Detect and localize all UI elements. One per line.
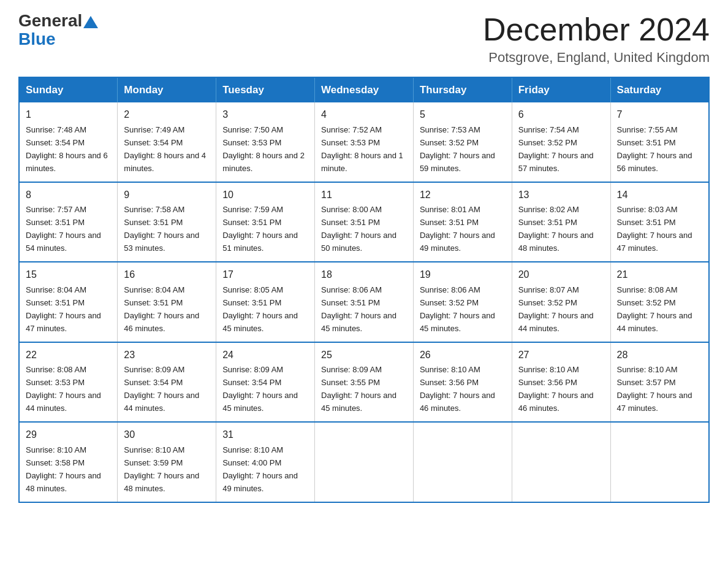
table-row: 30 Sunrise: 8:10 AMSunset: 3:59 PMDaylig…	[118, 422, 216, 502]
calendar-table: Sunday Monday Tuesday Wednesday Thursday…	[18, 77, 710, 502]
day-info: Sunrise: 8:10 AMSunset: 3:59 PMDaylight:…	[124, 445, 199, 493]
table-row: 28 Sunrise: 8:10 AMSunset: 3:57 PMDaylig…	[610, 342, 709, 422]
logo-triangle-icon	[83, 16, 98, 28]
day-number: 9	[124, 188, 210, 203]
location: Potsgrove, England, United Kingdom	[483, 50, 710, 66]
day-number: 24	[222, 348, 308, 363]
day-number: 25	[321, 348, 407, 363]
table-row: 9 Sunrise: 7:58 AMSunset: 3:51 PMDayligh…	[118, 182, 216, 262]
table-row: 16 Sunrise: 8:04 AMSunset: 3:51 PMDaylig…	[118, 262, 216, 342]
day-info: Sunrise: 8:10 AMSunset: 3:56 PMDaylight:…	[518, 365, 594, 413]
col-thursday: Thursday	[413, 77, 512, 102]
day-info: Sunrise: 8:10 AMSunset: 4:00 PMDaylight:…	[222, 445, 298, 493]
day-info: Sunrise: 7:53 AMSunset: 3:52 PMDaylight:…	[420, 125, 495, 173]
day-number: 17	[222, 267, 308, 283]
table-row: 31 Sunrise: 8:10 AMSunset: 4:00 PMDaylig…	[216, 422, 315, 502]
day-number: 11	[321, 188, 407, 203]
month-title: December 2024	[483, 12, 710, 47]
day-number: 15	[26, 267, 111, 283]
table-row: 14 Sunrise: 8:03 AMSunset: 3:51 PMDaylig…	[610, 182, 709, 262]
day-number: 21	[617, 267, 702, 283]
logo-general-text: General	[18, 12, 82, 29]
table-row: 12 Sunrise: 8:01 AMSunset: 3:51 PMDaylig…	[413, 182, 512, 262]
table-row	[315, 422, 414, 502]
day-info: Sunrise: 8:02 AMSunset: 3:51 PMDaylight:…	[518, 205, 594, 253]
day-info: Sunrise: 8:05 AMSunset: 3:51 PMDaylight:…	[222, 285, 298, 333]
table-row	[413, 422, 512, 502]
table-row: 17 Sunrise: 8:05 AMSunset: 3:51 PMDaylig…	[216, 262, 315, 342]
table-row: 19 Sunrise: 8:06 AMSunset: 3:52 PMDaylig…	[413, 262, 512, 342]
calendar-week-row: 15 Sunrise: 8:04 AMSunset: 3:51 PMDaylig…	[19, 262, 709, 342]
calendar-header-row: Sunday Monday Tuesday Wednesday Thursday…	[19, 77, 709, 102]
table-row: 11 Sunrise: 8:00 AMSunset: 3:51 PMDaylig…	[315, 182, 414, 262]
day-number: 22	[26, 348, 111, 363]
table-row: 27 Sunrise: 8:10 AMSunset: 3:56 PMDaylig…	[512, 342, 610, 422]
table-row: 18 Sunrise: 8:06 AMSunset: 3:51 PMDaylig…	[315, 262, 414, 342]
table-row	[512, 422, 610, 502]
day-info: Sunrise: 8:08 AMSunset: 3:53 PMDaylight:…	[26, 365, 101, 413]
table-row: 8 Sunrise: 7:57 AMSunset: 3:51 PMDayligh…	[19, 182, 118, 262]
day-number: 12	[420, 188, 506, 203]
day-number: 4	[321, 107, 407, 123]
day-info: Sunrise: 8:07 AMSunset: 3:52 PMDaylight:…	[518, 285, 594, 333]
table-row: 13 Sunrise: 8:02 AMSunset: 3:51 PMDaylig…	[512, 182, 610, 262]
day-info: Sunrise: 7:57 AMSunset: 3:51 PMDaylight:…	[26, 205, 101, 253]
calendar-week-row: 8 Sunrise: 7:57 AMSunset: 3:51 PMDayligh…	[19, 182, 709, 262]
table-row: 26 Sunrise: 8:10 AMSunset: 3:56 PMDaylig…	[413, 342, 512, 422]
table-row: 29 Sunrise: 8:10 AMSunset: 3:58 PMDaylig…	[19, 422, 118, 502]
day-number: 28	[617, 348, 702, 363]
table-row	[610, 422, 709, 502]
day-number: 18	[321, 267, 407, 283]
table-row: 5 Sunrise: 7:53 AMSunset: 3:52 PMDayligh…	[413, 102, 512, 182]
day-number: 14	[617, 188, 702, 203]
day-number: 27	[518, 348, 604, 363]
table-row: 1 Sunrise: 7:48 AMSunset: 3:54 PMDayligh…	[19, 102, 118, 182]
col-saturday: Saturday	[610, 77, 709, 102]
col-tuesday: Tuesday	[216, 77, 315, 102]
calendar-week-row: 22 Sunrise: 8:08 AMSunset: 3:53 PMDaylig…	[19, 342, 709, 422]
day-info: Sunrise: 7:50 AMSunset: 3:53 PMDaylight:…	[222, 125, 305, 173]
day-info: Sunrise: 7:48 AMSunset: 3:54 PMDaylight:…	[26, 125, 108, 173]
day-number: 20	[518, 267, 604, 283]
day-number: 1	[26, 107, 111, 123]
table-row: 3 Sunrise: 7:50 AMSunset: 3:53 PMDayligh…	[216, 102, 315, 182]
day-number: 23	[124, 348, 210, 363]
day-info: Sunrise: 7:59 AMSunset: 3:51 PMDaylight:…	[222, 205, 298, 253]
logo-blue-text: Blue	[18, 29, 56, 49]
title-block: December 2024 Potsgrove, England, United…	[483, 12, 710, 66]
day-number: 26	[420, 348, 506, 363]
day-number: 6	[518, 107, 604, 123]
day-number: 8	[26, 188, 111, 203]
table-row: 15 Sunrise: 8:04 AMSunset: 3:51 PMDaylig…	[19, 262, 118, 342]
calendar-week-row: 1 Sunrise: 7:48 AMSunset: 3:54 PMDayligh…	[19, 102, 709, 182]
day-info: Sunrise: 7:55 AMSunset: 3:51 PMDaylight:…	[617, 125, 692, 173]
table-row: 6 Sunrise: 7:54 AMSunset: 3:52 PMDayligh…	[512, 102, 610, 182]
day-info: Sunrise: 8:09 AMSunset: 3:54 PMDaylight:…	[124, 365, 199, 413]
day-info: Sunrise: 8:01 AMSunset: 3:51 PMDaylight:…	[420, 205, 495, 253]
day-info: Sunrise: 8:04 AMSunset: 3:51 PMDaylight:…	[26, 285, 101, 333]
day-number: 3	[222, 107, 308, 123]
day-info: Sunrise: 8:08 AMSunset: 3:52 PMDaylight:…	[617, 285, 692, 333]
table-row: 7 Sunrise: 7:55 AMSunset: 3:51 PMDayligh…	[610, 102, 709, 182]
day-number: 30	[124, 427, 210, 443]
day-number: 29	[26, 427, 111, 443]
calendar-week-row: 29 Sunrise: 8:10 AMSunset: 3:58 PMDaylig…	[19, 422, 709, 502]
day-info: Sunrise: 8:10 AMSunset: 3:58 PMDaylight:…	[26, 445, 101, 493]
day-number: 2	[124, 107, 210, 123]
day-number: 7	[617, 107, 702, 123]
day-info: Sunrise: 8:03 AMSunset: 3:51 PMDaylight:…	[617, 205, 692, 253]
col-friday: Friday	[512, 77, 610, 102]
day-info: Sunrise: 8:00 AMSunset: 3:51 PMDaylight:…	[321, 205, 396, 253]
day-info: Sunrise: 7:54 AMSunset: 3:52 PMDaylight:…	[518, 125, 594, 173]
day-info: Sunrise: 8:09 AMSunset: 3:55 PMDaylight:…	[321, 365, 396, 413]
col-sunday: Sunday	[19, 77, 118, 102]
day-info: Sunrise: 7:49 AMSunset: 3:54 PMDaylight:…	[124, 125, 206, 173]
table-row: 25 Sunrise: 8:09 AMSunset: 3:55 PMDaylig…	[315, 342, 414, 422]
day-info: Sunrise: 8:06 AMSunset: 3:51 PMDaylight:…	[321, 285, 396, 333]
table-row: 20 Sunrise: 8:07 AMSunset: 3:52 PMDaylig…	[512, 262, 610, 342]
page-header: General Blue December 2024 Potsgrove, En…	[18, 12, 710, 66]
table-row: 10 Sunrise: 7:59 AMSunset: 3:51 PMDaylig…	[216, 182, 315, 262]
day-info: Sunrise: 8:10 AMSunset: 3:57 PMDaylight:…	[617, 365, 692, 413]
day-number: 31	[222, 427, 308, 443]
day-number: 10	[222, 188, 308, 203]
